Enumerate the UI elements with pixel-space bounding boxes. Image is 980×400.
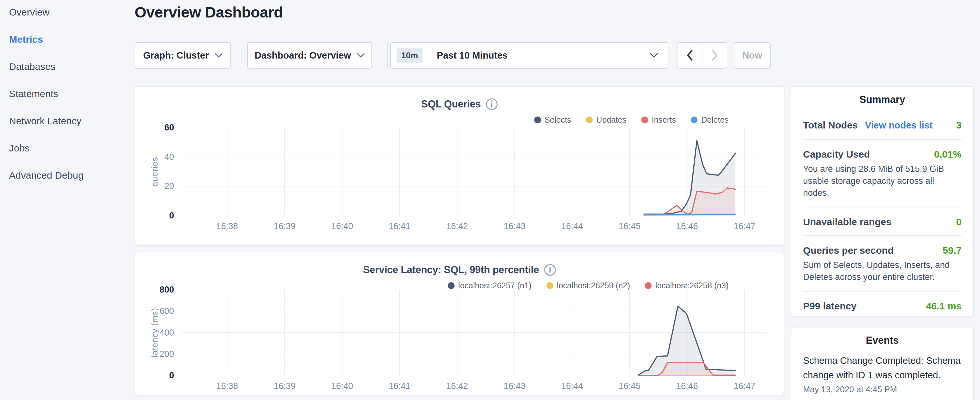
chevron-down-icon xyxy=(215,53,223,58)
svg-text:60: 60 xyxy=(164,123,174,132)
sidebar-item-statements[interactable]: Statements xyxy=(9,88,129,100)
svg-text:16:46: 16:46 xyxy=(676,381,698,391)
svg-text:0: 0 xyxy=(169,371,174,380)
time-range-label: Past 10 Minutes xyxy=(437,50,644,61)
event-item[interactable]: Schema Change Completed: Schema change w… xyxy=(803,354,962,382)
summary-row-total-nodes: Total Nodes View nodes list 3 xyxy=(803,105,962,140)
summary-label: Unavailable ranges xyxy=(803,217,891,228)
sql-queries-plot-area: 16:3816:3916:4016:4116:4216:4316:4416:45… xyxy=(135,87,785,247)
svg-text:16:38: 16:38 xyxy=(216,222,238,231)
summary-label: Queries per second xyxy=(803,245,894,256)
service-latency-plot-area: 16:3816:3916:4016:4116:4216:4316:4416:45… xyxy=(135,252,785,396)
sidebar-item-advanced-debug[interactable]: Advanced Debug xyxy=(9,169,129,182)
summary-value: 46.1 ms xyxy=(926,301,962,312)
graph-scope-label: Graph: Cluster xyxy=(143,50,209,61)
svg-text:16:47: 16:47 xyxy=(734,381,756,391)
service-latency-chart-card: Service Latency: SQL, 99th percentile i … xyxy=(135,252,784,395)
svg-text:16:38: 16:38 xyxy=(216,381,238,391)
summary-value: 0 xyxy=(956,217,962,228)
summary-value: 0.01% xyxy=(934,149,962,160)
summary-value: 3 xyxy=(956,120,962,131)
sidebar-item-network-latency[interactable]: Network Latency xyxy=(9,115,129,127)
svg-text:16:40: 16:40 xyxy=(331,381,353,391)
time-range-badge: 10m xyxy=(397,48,423,63)
dashboard-label: Dashboard: Overview xyxy=(255,50,351,61)
now-button[interactable]: Now xyxy=(734,42,771,69)
summary-row-unavailable-ranges: Unavailable ranges 0 xyxy=(803,207,962,236)
svg-text:0: 0 xyxy=(169,211,174,220)
page-title: Overview Dashboard xyxy=(135,3,283,21)
svg-text:16:44: 16:44 xyxy=(561,222,583,231)
summary-subtext: You are using 28.6 MiB of 515.9 GiB usab… xyxy=(803,163,962,199)
svg-text:16:47: 16:47 xyxy=(734,222,756,231)
events-title: Events xyxy=(791,335,973,346)
chevron-right-icon xyxy=(711,50,718,61)
svg-text:20: 20 xyxy=(164,181,174,191)
svg-text:200: 200 xyxy=(159,349,174,359)
svg-text:16:42: 16:42 xyxy=(446,381,468,391)
sidebar-item-databases[interactable]: Databases xyxy=(9,60,129,73)
svg-text:16:43: 16:43 xyxy=(504,381,526,391)
svg-text:16:39: 16:39 xyxy=(274,222,296,231)
sidebar-item-metrics[interactable]: Metrics xyxy=(9,33,129,46)
time-forward-button[interactable] xyxy=(702,43,727,68)
svg-text:16:41: 16:41 xyxy=(388,381,410,391)
sidebar-item-jobs[interactable]: Jobs xyxy=(9,142,129,155)
svg-text:16:43: 16:43 xyxy=(504,222,526,231)
sidebar-nav-list: Overview Metrics Databases Statements Ne… xyxy=(0,0,129,182)
summary-subtext: Sum of Selects, Updates, Inserts, and De… xyxy=(803,259,962,283)
view-nodes-list-link[interactable]: View nodes list xyxy=(865,120,932,131)
chevron-left-icon xyxy=(687,50,693,61)
chevron-down-icon xyxy=(357,53,364,58)
summary-label: Total Nodes xyxy=(803,120,858,131)
svg-text:16:45: 16:45 xyxy=(619,222,641,231)
svg-text:800: 800 xyxy=(159,285,174,295)
svg-text:16:45: 16:45 xyxy=(619,381,641,391)
svg-text:16:40: 16:40 xyxy=(331,222,353,231)
time-range-selector[interactable]: 10m Past 10 Minutes xyxy=(390,42,668,69)
svg-text:16:44: 16:44 xyxy=(561,381,583,391)
dashboard-dropdown[interactable]: Dashboard: Overview xyxy=(247,42,372,69)
svg-text:400: 400 xyxy=(159,328,174,338)
chevron-down-icon xyxy=(650,53,658,58)
svg-text:16:46: 16:46 xyxy=(676,222,698,231)
summary-label: P99 latency xyxy=(803,301,856,312)
sql-queries-chart-card: SQL Queries i Selects Updates Inserts xyxy=(135,86,784,246)
svg-text:16:42: 16:42 xyxy=(446,222,468,231)
summary-title: Summary xyxy=(791,94,973,105)
app-root: Overview Metrics Databases Statements Ne… xyxy=(0,0,980,400)
summary-panel: Summary Total Nodes View nodes list 3 Ca… xyxy=(791,86,974,317)
summary-row-capacity-used: Capacity Used 0.01% You are using 28.6 M… xyxy=(803,140,962,207)
sidebar: Overview Metrics Databases Statements Ne… xyxy=(0,0,129,400)
summary-row-p99-latency: P99 latency 46.1 ms xyxy=(803,292,962,321)
svg-text:40: 40 xyxy=(164,152,174,162)
sidebar-item-overview[interactable]: Overview xyxy=(9,6,129,19)
summary-label: Capacity Used xyxy=(803,149,870,160)
time-pager xyxy=(677,42,727,69)
time-back-button[interactable] xyxy=(678,43,702,68)
events-panel: Events Schema Change Completed: Schema c… xyxy=(791,327,974,400)
summary-value: 59.7 xyxy=(943,245,962,256)
svg-text:16:41: 16:41 xyxy=(388,222,410,231)
summary-row-queries-per-second: Queries per second 59.7 Sum of Selects, … xyxy=(803,236,962,292)
graph-scope-dropdown[interactable]: Graph: Cluster xyxy=(135,42,231,69)
svg-text:600: 600 xyxy=(159,306,174,316)
toolbar: Graph: Cluster Dashboard: Overview 10m P… xyxy=(135,42,784,69)
right-sidebar: Summary Total Nodes View nodes list 3 Ca… xyxy=(791,86,974,400)
event-timestamp: May 13, 2020 at 4:45 PM xyxy=(803,384,962,395)
toolbar-divider xyxy=(387,42,388,69)
main-content: Overview Dashboard Graph: Cluster Dashbo… xyxy=(135,0,784,400)
svg-text:16:39: 16:39 xyxy=(274,381,296,391)
